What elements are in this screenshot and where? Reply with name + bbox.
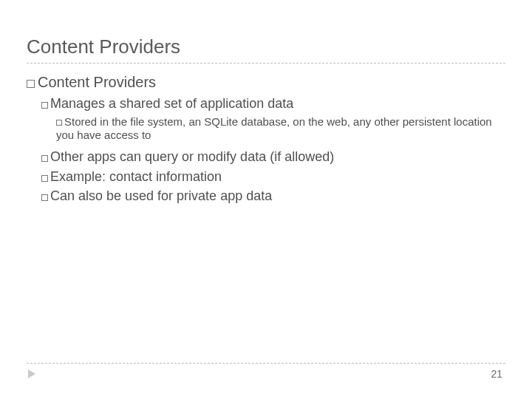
square-bullet-icon xyxy=(41,102,48,109)
bullet-text: Example: contact information xyxy=(50,169,222,184)
slide-title: Content Providers xyxy=(27,35,505,58)
bullet-level2: Example: contact information xyxy=(41,168,505,185)
square-bullet-icon xyxy=(41,175,48,182)
triangle-icon xyxy=(28,369,35,378)
page-number: 21 xyxy=(491,368,502,380)
bullet-level2: Can also be used for private app data xyxy=(41,188,505,205)
square-bullet-icon xyxy=(56,120,62,126)
square-bullet-icon xyxy=(41,155,48,162)
bullet-text: Other apps can query or modify data (if … xyxy=(50,149,334,164)
bullet-text: Content Providers xyxy=(38,74,156,90)
square-bullet-icon xyxy=(41,194,48,201)
bullet-level2: Other apps can query or modify data (if … xyxy=(41,149,505,166)
footer-row: 21 xyxy=(27,368,505,380)
footer: 21 xyxy=(27,363,505,380)
divider-top xyxy=(27,63,505,64)
bullet-text: Stored in the file system, an SQLite dat… xyxy=(56,115,492,142)
bullet-level2: Manages a shared set of application data xyxy=(41,95,505,112)
bullet-text: Can also be used for private app data xyxy=(50,188,272,203)
bullet-level1: Content Providers xyxy=(27,74,505,91)
divider-bottom xyxy=(27,363,505,364)
slide: Content Providers Content Providers Mana… xyxy=(0,0,532,399)
bullet-level3: Stored in the file system, an SQLite dat… xyxy=(56,115,505,143)
bullet-text: Manages a shared set of application data xyxy=(50,96,293,111)
square-bullet-icon xyxy=(27,80,35,88)
